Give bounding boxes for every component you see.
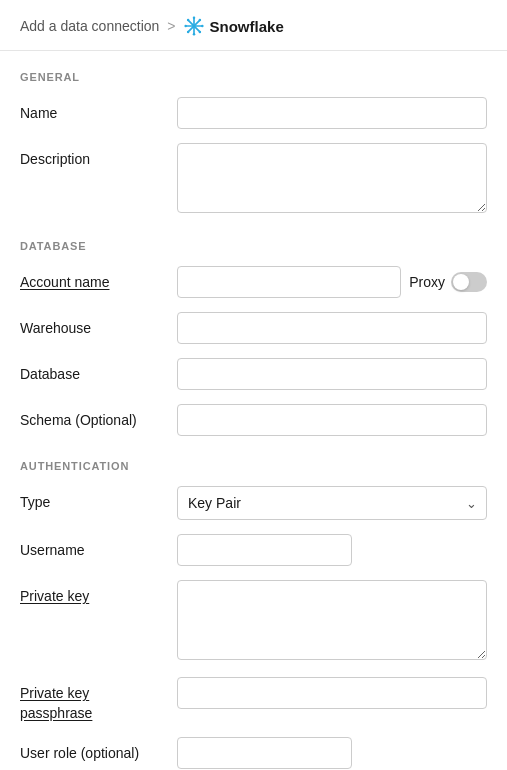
description-label: Description <box>20 143 165 170</box>
user-role-input[interactable] <box>177 737 352 769</box>
type-row: Type Key Pair Password OAuth ⌄ <box>20 486 487 520</box>
svg-point-8 <box>186 19 189 22</box>
page-title: Snowflake <box>210 18 284 35</box>
snowflake-icon <box>184 16 204 36</box>
schema-control <box>177 404 487 436</box>
type-select-wrapper: Key Pair Password OAuth ⌄ <box>177 486 487 520</box>
proxy-label: Proxy <box>409 274 445 290</box>
breadcrumb-separator: > <box>167 18 175 34</box>
warehouse-label: Warehouse <box>20 312 165 339</box>
authentication-section-label: AUTHENTICATION <box>20 460 487 472</box>
authentication-section: AUTHENTICATION Type Key Pair Password OA… <box>20 460 487 769</box>
svg-point-4 <box>192 16 195 19</box>
general-section-label: GENERAL <box>20 71 487 83</box>
warehouse-input[interactable] <box>177 312 487 344</box>
account-name-row: Account name Proxy <box>20 266 487 298</box>
database-label: Database <box>20 358 165 385</box>
account-name-input[interactable] <box>177 266 401 298</box>
description-control <box>177 143 487 216</box>
breadcrumb-link[interactable]: Add a data connection <box>20 18 159 34</box>
type-label: Type <box>20 486 165 513</box>
private-key-passphrase-row: Private key passphrase <box>20 677 487 723</box>
proxy-group: Proxy <box>409 272 487 292</box>
database-section: DATABASE Account name Proxy Warehouse <box>20 240 487 436</box>
database-row: Database <box>20 358 487 390</box>
description-input[interactable] <box>177 143 487 213</box>
private-key-passphrase-input[interactable] <box>177 677 487 709</box>
schema-row: Schema (Optional) <box>20 404 487 436</box>
svg-point-10 <box>198 19 201 22</box>
username-input[interactable] <box>177 534 352 566</box>
page-header: Add a data connection > <box>0 0 507 51</box>
private-key-input[interactable] <box>177 580 487 660</box>
private-key-label: Private key <box>20 580 165 607</box>
type-control: Key Pair Password OAuth ⌄ <box>177 486 487 520</box>
database-section-label: DATABASE <box>20 240 487 252</box>
svg-point-11 <box>186 31 189 34</box>
general-section: GENERAL Name Description <box>20 71 487 216</box>
name-row: Name <box>20 97 487 129</box>
proxy-toggle[interactable] <box>451 272 487 292</box>
user-role-row: User role (optional) <box>20 737 487 769</box>
private-key-passphrase-control <box>177 677 487 709</box>
warehouse-control <box>177 312 487 344</box>
svg-point-7 <box>201 25 204 28</box>
description-row: Description <box>20 143 487 216</box>
private-key-passphrase-label: Private key passphrase <box>20 677 165 723</box>
breadcrumb-current: Snowflake <box>184 16 284 36</box>
name-label: Name <box>20 97 165 124</box>
type-select[interactable]: Key Pair Password OAuth <box>177 486 487 520</box>
account-name-control: Proxy <box>177 266 487 298</box>
user-role-control <box>177 737 487 769</box>
database-input[interactable] <box>177 358 487 390</box>
svg-point-5 <box>192 33 195 36</box>
user-role-label: User role (optional) <box>20 737 165 764</box>
private-key-row: Private key <box>20 580 487 663</box>
proxy-slider <box>451 272 487 292</box>
username-row: Username <box>20 534 487 566</box>
account-name-label: Account name <box>20 266 165 293</box>
svg-point-6 <box>184 25 187 28</box>
main-content: GENERAL Name Description DATABASE Accoun… <box>0 51 507 770</box>
username-control <box>177 534 487 566</box>
schema-input[interactable] <box>177 404 487 436</box>
name-input[interactable] <box>177 97 487 129</box>
warehouse-row: Warehouse <box>20 312 487 344</box>
svg-point-9 <box>198 31 201 34</box>
breadcrumb: Add a data connection > <box>20 16 284 36</box>
username-label: Username <box>20 534 165 561</box>
database-control <box>177 358 487 390</box>
schema-label: Schema (Optional) <box>20 404 165 431</box>
private-key-control <box>177 580 487 663</box>
name-control <box>177 97 487 129</box>
